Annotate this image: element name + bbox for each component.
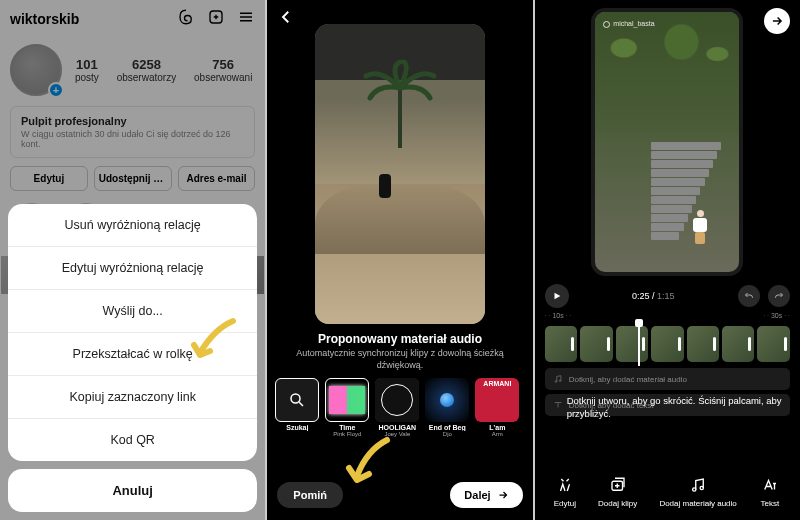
audio-card-time[interactable]: TimePink Floyd	[325, 378, 369, 437]
clip-timeline[interactable]	[545, 326, 790, 362]
svg-point-1	[291, 394, 300, 403]
clip[interactable]	[580, 326, 612, 362]
skip-button[interactable]: Pomiń	[277, 482, 343, 508]
sheet-qr-code[interactable]: Kod QR	[8, 419, 257, 461]
action-sheet: Usuń wyróżnioną relację Edytuj wyróżnion…	[8, 204, 257, 512]
clip[interactable]	[722, 326, 754, 362]
suggested-audio-title: Proponowany materiał audio	[279, 332, 520, 346]
sheet-copy-link[interactable]: Kopiuj zaznaczony link	[8, 376, 257, 419]
watermark-label: michal_basta	[603, 20, 654, 28]
editor-video-preview[interactable]: michal_basta	[591, 8, 743, 276]
svg-point-2	[555, 381, 557, 383]
tool-edit-button[interactable]: Edytuj	[552, 470, 578, 512]
clip[interactable]	[545, 326, 577, 362]
clip[interactable]	[651, 326, 683, 362]
video-preview[interactable]	[315, 24, 485, 324]
editor-toolbar: Edytuj Dodaj klipy Dodaj materiały audio…	[543, 470, 792, 512]
audio-card-armand[interactable]: ARMANI L'amArm	[475, 378, 519, 437]
sheet-send-to[interactable]: Wyślij do...	[8, 290, 257, 333]
sheet-delete-highlight[interactable]: Usuń wyróżnioną relację	[8, 204, 257, 247]
sheet-convert-to-reel[interactable]: Przekształcać w rolkę	[8, 333, 257, 376]
add-audio-track[interactable]: Dotknij, aby dodać materiał audio	[545, 368, 790, 390]
next-button[interactable]: Dalej	[450, 482, 522, 508]
tool-text-button[interactable]: Tekst	[757, 470, 783, 512]
time-display: 0:25 / 1:15	[577, 291, 730, 301]
svg-point-5	[693, 488, 696, 491]
tool-add-clips-button[interactable]: Dodaj klipy	[596, 470, 639, 512]
reel-editor-screen: michal_basta 0:25 / 1:15 10s30s Dotknij,…	[535, 0, 800, 520]
redo-button[interactable]	[768, 285, 790, 307]
search-audio-card[interactable]: Szukaj	[275, 378, 319, 437]
editor-hint: Dotknij utworu, aby go skrócić. Ściśnij …	[567, 395, 790, 421]
sheet-cancel-button[interactable]: Anuluj	[8, 469, 257, 512]
timeline-ruler: 10s30s	[545, 312, 790, 319]
tool-add-audio-button[interactable]: Dodaj materiały audio	[657, 470, 738, 512]
sheet-edit-highlight[interactable]: Edytuj wyróżnioną relację	[8, 247, 257, 290]
clip[interactable]	[757, 326, 789, 362]
back-button[interactable]	[277, 8, 295, 30]
reel-audio-screen: Proponowany materiał audio Automatycznie…	[267, 0, 532, 520]
suggested-audio-sub: Automatycznie synchronizuj klipy z dowol…	[279, 348, 520, 371]
clip[interactable]	[687, 326, 719, 362]
svg-point-6	[700, 486, 703, 489]
profile-screen: wiktorskib + 101posty 6258obserwatorzy 7…	[0, 0, 265, 520]
svg-point-3	[559, 380, 561, 382]
audio-cards-row[interactable]: Szukaj TimePink Floyd HOOLIGANJoey Vale …	[275, 378, 524, 437]
audio-card-hooligan[interactable]: HOOLIGANJoey Vale	[375, 378, 419, 437]
undo-button[interactable]	[738, 285, 760, 307]
clip[interactable]	[616, 326, 648, 362]
forward-button[interactable]	[764, 8, 790, 34]
audio-card-djo[interactable]: End of BegDjo	[425, 378, 469, 437]
playhead[interactable]	[638, 322, 640, 366]
play-button[interactable]	[545, 284, 569, 308]
